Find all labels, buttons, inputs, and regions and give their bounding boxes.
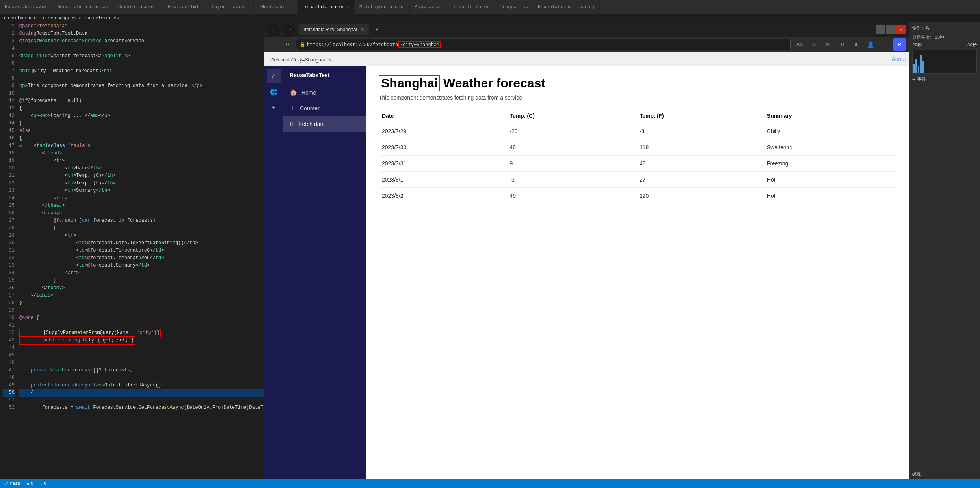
read-mode-icon[interactable]: Aa	[794, 39, 805, 50]
code-line-24: </tr>	[19, 195, 264, 202]
warning-icon: ⚠	[40, 481, 43, 486]
lock-icon: 🔒	[299, 42, 305, 47]
nav-home-label: Home	[301, 89, 316, 96]
line-numbers: 1 2 3 4 5 6 7 8 9 10 11 12 13 14 15 16 1…	[0, 22, 18, 479]
cell-summary: Sweltering	[764, 139, 896, 156]
cell-tempc: 9	[506, 156, 636, 172]
app-title: ReuseTabsTest	[283, 66, 366, 85]
tab-imports[interactable]: _Imports.razor	[445, 0, 495, 14]
event-label-row: 4 事件	[911, 75, 978, 83]
tab-mainlayout[interactable]: MainLayout.razor	[355, 0, 410, 14]
browser-forward-btn[interactable]: →	[283, 23, 296, 36]
new-tab-btn[interactable]: +	[371, 24, 382, 35]
code-line-42: [SupplyParameterFromQuery(Name = "city")…	[19, 329, 264, 337]
download-icon[interactable]: ⬇	[851, 39, 862, 50]
code-line-35: }	[19, 277, 264, 284]
tab-host2-cshtml[interactable]: _Host.cshtml	[254, 0, 298, 14]
table-row: 2023/7/30 48 118 Sweltering	[379, 139, 896, 156]
code-line-16: {	[19, 135, 264, 142]
code-line-48	[19, 374, 264, 382]
profile-icon[interactable]: 👤	[865, 39, 876, 50]
cell-date: 2023/8/1	[379, 172, 506, 188]
diagnostic-title: 诊断工具	[911, 24, 978, 32]
browser-back-icon[interactable]: ←	[268, 39, 279, 50]
code-line-36: </tbody>	[19, 284, 264, 292]
browser-active-tab[interactable]: /fetchdata?city=Shanghai ✕	[299, 24, 369, 35]
close-tab-icon[interactable]: ✕	[347, 5, 350, 9]
close-window-btn[interactable]: ✕	[896, 25, 906, 34]
add-tab-btn[interactable]: +	[340, 56, 344, 62]
browser-extension1-icon[interactable]: ⊛	[822, 39, 833, 50]
app-wrapper: ⌂ 🌐 + ReuseTabsTest 🏠 Home ＋ Counter ⊞ F…	[264, 66, 909, 479]
browser-tab-close-icon[interactable]: ✕	[360, 27, 364, 32]
browser-back-btn[interactable]: ←	[268, 23, 280, 36]
nav-item-fetchdata[interactable]: ⊞ Fetch data	[283, 116, 366, 132]
cell-summary: Hot	[764, 188, 896, 204]
tab-host1-cshtml[interactable]: _Host.cshtml	[160, 0, 204, 14]
session-label: 诊断会话: 33秒	[911, 33, 978, 41]
code-line-20: <th>Date</th>	[19, 165, 264, 172]
code-line-32: <td>@forecast.TemperatureF</td>	[19, 254, 264, 262]
maximize-btn[interactable]: □	[886, 25, 896, 34]
browser-tab-label: /fetchdata?city=Shanghai	[304, 27, 357, 32]
fetch-tab[interactable]: /fetchdata?city=Shanghai ✕	[268, 56, 336, 64]
code-line-3: @inject WeatherForecastService ForecastS…	[19, 37, 264, 45]
table-row: 2023/7/29 -20 -3 Chilly	[379, 123, 896, 139]
more-options-icon[interactable]: ···	[879, 39, 890, 50]
cell-tempf: -3	[636, 123, 764, 139]
code-line-1: @page "/fetchdata"	[19, 22, 264, 30]
browser-chrome: ← → /fetchdata?city=Shanghai ✕ + ─ □ ✕	[264, 22, 909, 66]
tab-reusetabs-razor[interactable]: ReuseTabs.razor	[0, 0, 52, 14]
code-line-47: private WeatherForecast[]? forecasts;	[19, 367, 264, 374]
code-line-5: <PageTitle>Weather forecast</PageTitle>	[19, 52, 264, 60]
code-line-19: <tr>	[19, 157, 264, 165]
sidebar-add-icon[interactable]: +	[267, 100, 281, 115]
browser-tab-bar: ← → /fetchdata?city=Shanghai ✕ + ─ □ ✕	[264, 22, 909, 37]
browser-refresh-icon[interactable]: ↻	[282, 39, 293, 50]
tab-reusetabs-cs[interactable]: ReuseTabs.razor.cs	[52, 0, 113, 14]
code-editor[interactable]: @page "/fetchdata" @using ReuseTabsTest.…	[18, 22, 264, 479]
cell-tempc: -20	[506, 123, 636, 139]
tab-counter-razor[interactable]: Counter.razor	[113, 0, 160, 14]
code-line-29: <tr>	[19, 232, 264, 239]
nav-item-home[interactable]: 🏠 Home	[283, 85, 366, 100]
tab-fetchdata-razor[interactable]: FetchData.razor ✕	[298, 0, 355, 14]
address-bar[interactable]: 🔒 https://localhost:7220/fetchdata?city=…	[296, 39, 791, 50]
time-labels-row: 20秒 30秒	[911, 41, 978, 48]
code-line-50: {	[19, 389, 264, 397]
code-line-14: }	[19, 120, 264, 127]
code-line-26: <tbody>	[19, 210, 264, 217]
bookmark-icon[interactable]: ☆	[808, 39, 819, 50]
code-line-30: <td>@forecast.Date.ToShortDateString()</…	[19, 239, 264, 247]
nav-item-counter[interactable]: ＋ Counter	[283, 100, 366, 116]
fetch-tab-close-icon[interactable]: ✕	[328, 57, 332, 63]
sidebar-home-icon[interactable]: ⌂	[267, 69, 281, 83]
cell-tempf: 27	[636, 172, 764, 188]
col-summary: Summary	[764, 109, 896, 123]
diagnostic-panel: 诊断工具 诊断会话: 33秒 20秒 30秒 4 事件 统统	[909, 22, 980, 479]
code-line-49: protected override async Task OnInitiali…	[19, 382, 264, 389]
code-line-2: @using ReuseTabsTest.Data	[19, 30, 264, 37]
col-tempc: Temp. (C)	[506, 109, 636, 123]
main-area: 1 2 3 4 5 6 7 8 9 10 11 12 13 14 15 16 1…	[0, 22, 980, 479]
sidebar-globe-icon[interactable]: 🌐	[267, 85, 281, 99]
tab-app-razor[interactable]: App.razor	[410, 0, 445, 14]
tab-layout-cshtml[interactable]: _Layout.cshtml	[204, 0, 254, 14]
about-link[interactable]: About	[891, 56, 906, 62]
code-line-18: <thead>	[19, 150, 264, 157]
cell-tempf: 48	[636, 156, 764, 172]
window-controls: ─ □ ✕	[876, 25, 906, 34]
cell-date: 2023/7/31	[379, 156, 506, 172]
weather-table: Date Temp. (C) Temp. (F) Summary 2023/7/…	[379, 109, 896, 204]
browser-extension2-icon[interactable]: ↻	[837, 39, 848, 50]
git-branch: ⎇ main	[3, 481, 20, 486]
tab-program-cs[interactable]: Program.cs	[495, 0, 533, 14]
code-line-4	[19, 45, 264, 52]
fetch-icon: ⊞	[290, 120, 295, 128]
code-line-46	[19, 359, 264, 367]
tab-csproj[interactable]: ReuseTabsTest.csproj	[533, 0, 600, 14]
app-nav: ReuseTabsTest 🏠 Home ＋ Counter ⊞ Fetch d…	[283, 66, 366, 479]
copilot-btn[interactable]: B	[893, 38, 906, 51]
minimize-btn[interactable]: ─	[876, 25, 885, 34]
cell-summary: Hot	[764, 172, 896, 188]
